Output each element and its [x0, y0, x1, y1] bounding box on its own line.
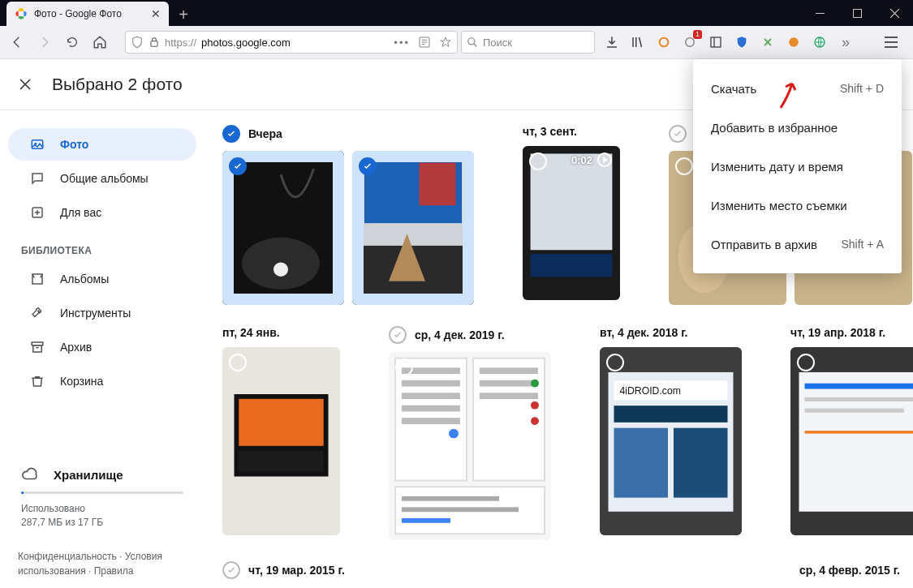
- sidebar: Фото Общие альбомы Для вас БИБЛИОТЕКА Ал…: [0, 110, 205, 588]
- storage-used: Использовано 287,7 МБ из 17 ГБ: [21, 502, 183, 530]
- search-icon: [467, 36, 478, 48]
- sidebar-item-photos[interactable]: Фото: [8, 128, 196, 161]
- browser-tab[interactable]: Фото - Google Фото ✕: [6, 2, 169, 26]
- ext-bell-icon[interactable]: 1: [683, 35, 697, 49]
- photos-icon: [29, 136, 45, 152]
- ext-ublock-icon[interactable]: [734, 35, 749, 49]
- section-label: вт, 4 дек. 2018 г.: [600, 326, 688, 339]
- page-actions-icon[interactable]: •••: [394, 36, 410, 49]
- svg-rect-2: [151, 41, 157, 46]
- sidebar-item-sharing[interactable]: Общие альбомы: [8, 162, 196, 195]
- download-icon[interactable]: [605, 35, 619, 49]
- section-head[interactable]: чт, 19 апр. 2018 г.: [790, 326, 913, 339]
- chat-icon: [29, 170, 45, 187]
- reader-icon[interactable]: [418, 36, 431, 49]
- menu-favorite[interactable]: Добавить в избранное: [693, 108, 902, 147]
- reload-button[interactable]: [60, 30, 84, 54]
- select-circle-icon[interactable]: [529, 152, 547, 170]
- photo-thumb[interactable]: [352, 151, 474, 305]
- sidebar-item-archive[interactable]: Архив: [8, 331, 196, 363]
- hamburger-menu[interactable]: [881, 32, 902, 53]
- sparkle-icon: [29, 204, 45, 221]
- section-label: Вчера: [248, 127, 282, 140]
- select-circle-icon[interactable]: [675, 157, 693, 175]
- url-bar[interactable]: https://photos.google.com •••: [125, 31, 458, 54]
- svg-rect-0: [816, 13, 825, 14]
- photo-thumb[interactable]: [222, 151, 344, 305]
- bookmark-star-icon[interactable]: [439, 36, 452, 49]
- forward-button[interactable]: [32, 30, 57, 54]
- svg-rect-42: [402, 406, 460, 412]
- section-check-icon[interactable]: [222, 561, 240, 579]
- ext-sidebar-icon[interactable]: [708, 35, 723, 49]
- menu-download[interactable]: Скачать Shift + D: [693, 69, 902, 108]
- svg-rect-65: [805, 397, 914, 401]
- home-button[interactable]: [88, 30, 112, 54]
- svg-rect-46: [480, 380, 538, 387]
- photo-thumb[interactable]: [222, 347, 340, 535]
- ext-tools-icon[interactable]: [760, 35, 775, 49]
- window-controls: [801, 0, 913, 26]
- section-check-icon[interactable]: [389, 326, 407, 344]
- section-label: чт, 19 апр. 2018 г.: [790, 326, 885, 339]
- section-head[interactable]: вт, 4 дек. 2018 г.: [600, 326, 742, 339]
- sidebar-item-foryou[interactable]: Для вас: [8, 196, 196, 229]
- ext-orange-dot-icon[interactable]: [786, 35, 801, 49]
- library-icon[interactable]: [631, 35, 645, 49]
- svg-rect-63: [799, 372, 914, 512]
- section-label: чт, 3 сент.: [523, 125, 577, 138]
- section-head[interactable]: чт, 3 сент.: [523, 125, 620, 138]
- section-check-icon[interactable]: [222, 125, 240, 143]
- photo-thumb[interactable]: [790, 347, 913, 535]
- ext-more-icon[interactable]: »: [838, 35, 853, 49]
- legal-links[interactable]: Конфиденциальность · Условия использован…: [0, 549, 205, 588]
- select-circle-icon[interactable]: [797, 354, 815, 371]
- section-head[interactable]: ср, 4 дек. 2019 г.: [389, 326, 551, 344]
- section-head[interactable]: пт, 24 янв.: [222, 326, 340, 339]
- svg-rect-34: [239, 399, 323, 446]
- menu-archive[interactable]: Отправить в архив Shift + A: [693, 225, 902, 264]
- tab-close-icon[interactable]: ✕: [151, 7, 161, 20]
- menu-label: Отправить в архив: [711, 238, 817, 251]
- close-selection-icon[interactable]: [18, 77, 32, 92]
- window-close[interactable]: [876, 0, 913, 26]
- section-check-icon[interactable]: [669, 125, 687, 143]
- extensions-row: 1 »: [605, 32, 908, 53]
- sidebar-item-albums[interactable]: Альбомы: [8, 263, 196, 295]
- select-circle-icon[interactable]: [395, 358, 413, 376]
- svg-rect-26: [531, 254, 613, 277]
- section-label: ср, 4 февр. 2015 г.: [799, 564, 900, 577]
- window-maximize[interactable]: [838, 0, 876, 26]
- svg-rect-52: [402, 496, 499, 501]
- section-label: пт, 24 янв.: [222, 326, 280, 339]
- selected-check-icon[interactable]: [359, 157, 377, 175]
- menu-edit-datetime[interactable]: Изменить дату и время: [693, 147, 902, 186]
- ext-swirl-icon[interactable]: [657, 35, 671, 49]
- sidebar-item-utilities[interactable]: Инструменты: [8, 297, 196, 329]
- section-head[interactable]: чт, 19 мар. 2015 г.: [222, 561, 345, 579]
- photo-thumb[interactable]: [389, 352, 551, 540]
- selected-check-icon[interactable]: [229, 157, 247, 175]
- section-head[interactable]: ср, 4 февр. 2015 г.: [799, 561, 900, 579]
- window-minimize[interactable]: [801, 0, 838, 26]
- search-bar[interactable]: Поиск: [461, 31, 595, 54]
- sidebar-item-trash[interactable]: Корзина: [8, 365, 196, 397]
- svg-rect-41: [402, 393, 460, 399]
- cloud-icon: [21, 466, 39, 483]
- shield-icon[interactable]: [131, 36, 144, 49]
- svg-rect-59: [614, 406, 728, 423]
- storage-panel: Хранилище Использовано 287,7 МБ из 17 ГБ: [0, 466, 205, 549]
- section-head-yesterday[interactable]: Вчера: [222, 125, 474, 143]
- back-button[interactable]: [5, 30, 29, 54]
- new-tab-button[interactable]: +: [172, 3, 195, 26]
- photo-thumb[interactable]: 4iDROID.com: [600, 347, 742, 535]
- select-circle-icon[interactable]: [229, 354, 247, 371]
- select-circle-icon[interactable]: [606, 354, 624, 371]
- svg-point-48: [531, 380, 539, 388]
- menu-label: Скачать: [711, 82, 756, 96]
- svg-rect-15: [33, 346, 42, 352]
- menu-edit-location[interactable]: Изменить место съемки: [693, 186, 902, 225]
- video-thumb[interactable]: 0:02: [523, 146, 620, 300]
- lock-icon[interactable]: [149, 36, 160, 48]
- ext-globe-icon[interactable]: [812, 35, 827, 49]
